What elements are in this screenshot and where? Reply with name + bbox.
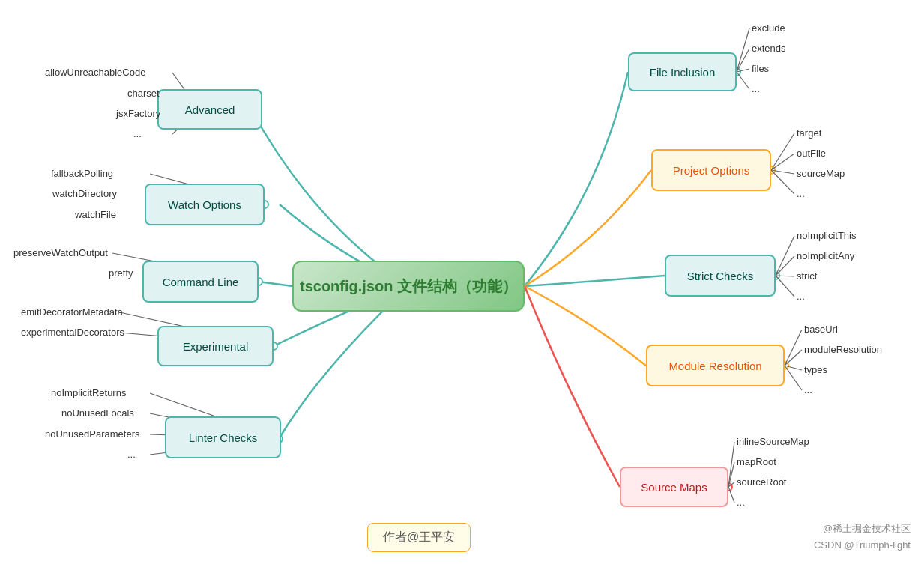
leaf-extends: extends <box>752 43 786 54</box>
module-resolution-node: Module Resolution <box>646 345 785 386</box>
leaf-experimentaldecorators: experimentalDecorators <box>21 327 124 338</box>
leaf-sc-dots: ... <box>797 291 805 302</box>
linter-checks-label: Linter Checks <box>189 431 258 444</box>
leaf-inlinesourcemap: inlineSourceMap <box>737 436 809 447</box>
leaf-sm-dots: ... <box>737 497 745 508</box>
file-inclusion-node: File Inclusion <box>628 52 737 91</box>
center-node: tsconfig.json 文件结构（功能） <box>292 261 525 312</box>
leaf-moduleresolution: moduleResolution <box>804 344 882 355</box>
svg-line-11 <box>737 49 749 72</box>
svg-line-10 <box>737 28 749 72</box>
center-label: tsconfig.json 文件结构（功能） <box>300 276 517 297</box>
leaf-exclude: exclude <box>752 22 785 34</box>
leaf-emitdecoratormetadata: emitDecoratorMetadata <box>21 306 123 318</box>
svg-line-23 <box>785 350 802 366</box>
leaf-fi-dots: ... <box>752 83 760 94</box>
leaf-preservewatchoutput: preserveWatchOutput <box>13 247 108 258</box>
svg-line-14 <box>771 133 794 170</box>
advanced-label: Advanced <box>185 103 235 116</box>
leaf-noimplicitthis: noImplicitThis <box>797 230 856 241</box>
command-line-label: Command Line <box>163 276 239 288</box>
leaf-sourceroot: sourceRoot <box>737 476 786 488</box>
experimental-node: Experimental <box>157 326 274 366</box>
watermark1: @稀土掘金技术社区 <box>823 522 911 536</box>
leaf-lc-dots: ... <box>127 449 136 460</box>
leaf-types: types <box>804 364 827 375</box>
leaf-allowunreachablecode: allowUnreachableCode <box>45 67 145 78</box>
svg-line-22 <box>785 330 802 366</box>
leaf-nounusedparameters: noUnusedParameters <box>45 428 139 440</box>
source-maps-label: Source Maps <box>641 481 707 494</box>
leaf-watchfile: watchFile <box>75 209 116 220</box>
experimental-label: Experimental <box>183 340 249 353</box>
watch-options-label: Watch Options <box>168 198 241 211</box>
command-line-node: Command Line <box>142 261 259 303</box>
leaf-jsxfactory: jsxFactory <box>116 108 160 119</box>
leaf-sourcemap: sourceMap <box>797 168 845 179</box>
author-box: 作者@王平安 <box>367 523 471 552</box>
leaf-target: target <box>797 127 821 139</box>
leaf-pretty: pretty <box>109 267 133 279</box>
module-resolution-label: Module Resolution <box>668 360 761 372</box>
project-options-label: Project Options <box>673 164 750 177</box>
svg-line-18 <box>776 236 794 276</box>
leaf-nounusedlocals: noUnusedLocals <box>61 407 134 419</box>
leaf-fallbackpolling: fallbackPolling <box>51 168 113 179</box>
project-options-node: Project Options <box>651 149 771 191</box>
strict-checks-node: Strict Checks <box>665 255 776 297</box>
leaf-noimplicitreturns: noImplicitReturns <box>51 387 126 398</box>
leaf-strict: strict <box>797 270 817 282</box>
leaf-charset: charset <box>127 88 160 99</box>
leaf-adv-dots: ... <box>133 128 142 139</box>
watch-options-node: Watch Options <box>145 184 265 225</box>
leaf-mr-dots: ... <box>804 384 812 395</box>
svg-line-21 <box>776 276 794 297</box>
linter-checks-node: Linter Checks <box>165 416 281 458</box>
leaf-baseurl: baseUrl <box>804 324 838 335</box>
strict-checks-label: Strict Checks <box>687 270 753 282</box>
source-maps-node: Source Maps <box>620 467 728 507</box>
leaf-maproot: mapRoot <box>737 456 776 467</box>
svg-line-15 <box>771 154 794 170</box>
svg-line-13 <box>737 72 749 89</box>
watermark1-text: @稀土掘金技术社区 <box>823 523 911 534</box>
advanced-node: Advanced <box>157 89 262 130</box>
leaf-watchdirectory: watchDirectory <box>52 188 117 199</box>
file-inclusion-label: File Inclusion <box>650 66 716 79</box>
author-text: 作者@王平安 <box>383 530 455 543</box>
watermark2: CSDN @Triumph-light <box>814 539 911 551</box>
watermark2-text: CSDN @Triumph-light <box>814 539 911 551</box>
leaf-noimplicitany: noImplicitAny <box>797 250 854 261</box>
leaf-files: files <box>752 63 769 74</box>
leaf-po-dots: ... <box>797 188 805 199</box>
leaf-outfile: outFile <box>797 148 826 159</box>
svg-line-19 <box>776 256 794 276</box>
